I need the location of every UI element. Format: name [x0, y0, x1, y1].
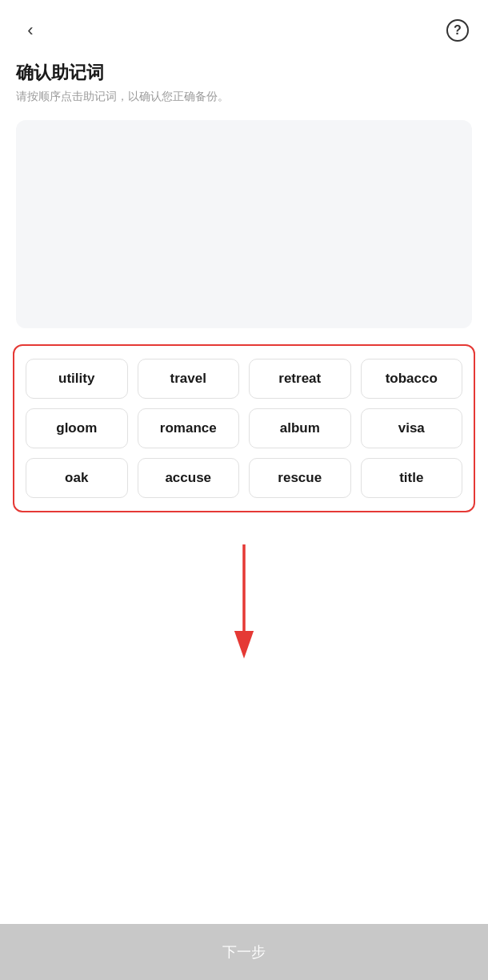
word-chip-travel[interactable]: travel — [138, 359, 240, 399]
word-chip-title[interactable]: title — [361, 458, 463, 498]
back-icon: ‹ — [27, 20, 33, 41]
mnemonic-display-area — [16, 120, 472, 328]
header: ‹ ? — [0, 0, 488, 53]
word-chip-tobacco[interactable]: tobacco — [361, 359, 463, 399]
word-grid: utilitytravelretreattobaccogloomromancea… — [21, 354, 467, 503]
word-chip-album[interactable]: album — [249, 408, 351, 448]
arrow-container — [0, 536, 488, 665]
word-chip-visa[interactable]: visa — [361, 408, 463, 448]
word-chip-romance[interactable]: romance — [138, 408, 240, 448]
next-button-label: 下一步 — [222, 942, 266, 962]
word-chip-retreat[interactable]: retreat — [249, 359, 351, 399]
back-button[interactable]: ‹ — [16, 16, 45, 45]
next-button[interactable]: 下一步 — [0, 924, 488, 980]
word-selection-area: utilitytravelretreattobaccogloomromancea… — [13, 344, 475, 512]
arrow-icon — [212, 540, 276, 661]
word-chip-gloom[interactable]: gloom — [26, 408, 128, 448]
page-title: 确认助记词 — [0, 53, 488, 90]
word-chip-oak[interactable]: oak — [26, 458, 128, 498]
word-chip-utility[interactable]: utility — [26, 359, 128, 399]
page-subtitle: 请按顺序点击助记词，以确认您正确备份。 — [0, 90, 488, 120]
help-icon: ? — [446, 19, 469, 42]
word-chip-accuse[interactable]: accuse — [138, 458, 240, 498]
help-button[interactable]: ? — [443, 16, 472, 45]
word-chip-rescue[interactable]: rescue — [249, 458, 351, 498]
